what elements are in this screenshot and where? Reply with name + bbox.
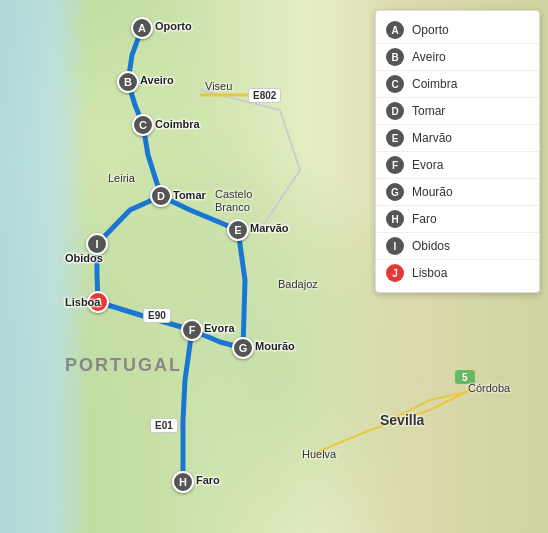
marker-f[interactable]: F	[181, 319, 203, 341]
panel-label-i: Obidos	[412, 239, 450, 253]
panel-badge-g: G	[386, 183, 404, 201]
panel-label-g: Mourão	[412, 185, 453, 199]
panel-label-e: Marvão	[412, 131, 452, 145]
marker-d-label: Tomar	[173, 189, 206, 201]
panel-item-b[interactable]: B Aveiro	[376, 44, 539, 71]
country-label: PORTUGAL	[65, 355, 182, 376]
city-huelva: Huelva	[302, 448, 336, 460]
panel-badge-h: H	[386, 210, 404, 228]
city-castelo: CasteloBranco	[215, 188, 252, 214]
marker-a-label: Oporto	[155, 20, 192, 32]
panel-badge-f: F	[386, 156, 404, 174]
marker-i-label: Obidos	[65, 252, 103, 264]
panel-label-d: Tomar	[412, 104, 445, 118]
marker-e-label: Marvão	[250, 222, 289, 234]
panel-item-c[interactable]: C Coimbra	[376, 71, 539, 98]
marker-b[interactable]: B	[117, 71, 139, 93]
panel-label-a: Oporto	[412, 23, 449, 37]
route-panel: A Oporto B Aveiro C Coimbra D Tomar E Ma…	[375, 10, 540, 293]
city-leiria: Leiria	[108, 172, 135, 184]
panel-label-j: Lisboa	[412, 266, 447, 280]
marker-c-label: Coimbra	[155, 118, 200, 130]
road-e802: E802	[248, 88, 281, 103]
marker-a[interactable]: A	[131, 17, 153, 39]
city-viseu: Viseu	[205, 80, 232, 92]
panel-label-h: Faro	[412, 212, 437, 226]
panel-item-i[interactable]: I Obidos	[376, 233, 539, 260]
marker-d[interactable]: D	[150, 185, 172, 207]
marker-g-label: Mourão	[255, 340, 295, 352]
panel-badge-d: D	[386, 102, 404, 120]
panel-label-c: Coimbra	[412, 77, 457, 91]
panel-badge-i: I	[386, 237, 404, 255]
panel-badge-e: E	[386, 129, 404, 147]
marker-h-label: Faro	[196, 474, 220, 486]
panel-item-a[interactable]: A Oporto	[376, 17, 539, 44]
road-e01: E01	[150, 418, 178, 433]
marker-h[interactable]: H	[172, 471, 194, 493]
panel-badge-b: B	[386, 48, 404, 66]
panel-item-g[interactable]: G Mourão	[376, 179, 539, 206]
map-container: 5 PORTUGAL Viseu Leiria CasteloBranco Ba…	[0, 0, 548, 533]
city-sevilla: Sevilla	[380, 412, 424, 428]
city-cordoba: Córdoba	[468, 382, 510, 394]
marker-c[interactable]: C	[132, 114, 154, 136]
marker-f-label: Evora	[204, 322, 235, 334]
panel-item-d[interactable]: D Tomar	[376, 98, 539, 125]
panel-item-f[interactable]: F Evora	[376, 152, 539, 179]
panel-badge-a: A	[386, 21, 404, 39]
panel-item-h[interactable]: H Faro	[376, 206, 539, 233]
panel-item-e[interactable]: E Marvão	[376, 125, 539, 152]
marker-e[interactable]: E	[227, 219, 249, 241]
panel-item-j[interactable]: J Lisboa	[376, 260, 539, 286]
marker-b-label: Aveiro	[140, 74, 174, 86]
marker-g[interactable]: G	[232, 337, 254, 359]
road-e90: E90	[143, 308, 171, 323]
panel-badge-c: C	[386, 75, 404, 93]
panel-label-f: Evora	[412, 158, 443, 172]
panel-badge-j: J	[386, 264, 404, 282]
city-badajoz: Badajoz	[278, 278, 318, 290]
panel-label-b: Aveiro	[412, 50, 446, 64]
marker-j-label: Lisboa	[65, 296, 100, 308]
